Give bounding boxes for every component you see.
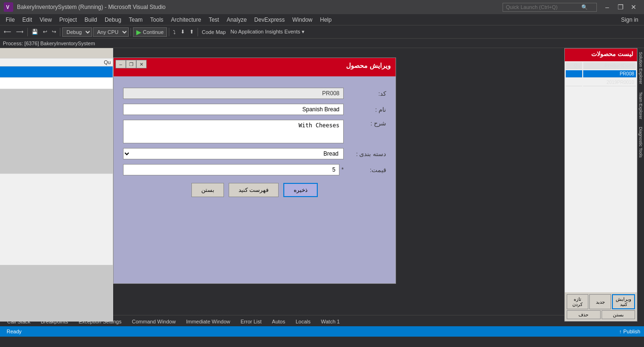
menu-tools[interactable]: Tools [147,14,167,25]
quick-launch[interactable]: 🔍 [503,3,597,12]
modal-title: ویرایش محصول [130,62,391,69]
modal-restore-button[interactable]: ❐ [126,60,136,68]
description-field-row: شرح : With Cheeses [123,120,386,143]
col-qu: Qu [566,62,582,69]
close-list-button[interactable]: بستن [602,310,636,319]
description-input[interactable]: With Cheeses [123,120,344,143]
signin-link[interactable]: Sign in [617,16,642,24]
menu-edit[interactable]: Edit [18,14,36,25]
description-label: شرح : [348,120,386,127]
menu-architecture[interactable]: Architecture [167,14,205,25]
code-input[interactable] [123,88,344,99]
restore-button[interactable]: ❐ [614,2,627,12]
step-over-button[interactable]: ⤵ [171,27,178,37]
edit-button[interactable]: ویرایش کنید [612,294,635,309]
quick-launch-input[interactable] [506,4,581,10]
menu-build[interactable]: Build [81,14,101,25]
toolbar-sep4 [169,28,169,36]
process-value: [6376] BakeryInventorySystem [25,41,95,46]
tab-error-list[interactable]: Error List [235,316,267,326]
publish-label[interactable]: ↑ Publish [619,329,640,334]
price-input[interactable] [123,164,339,175]
list-modal-button[interactable]: فهرست کنید [229,183,279,197]
step-into-button[interactable]: ⬇ [179,27,187,37]
menu-view[interactable]: View [36,14,56,25]
search-icon: 🔍 [581,4,588,10]
code-field-row: کد: [123,88,386,99]
menu-team[interactable]: Team [125,14,146,25]
delete-button[interactable]: حذف [567,310,601,319]
modal-close-button[interactable]: ✕ [136,60,147,68]
modal-minimize-button[interactable]: – [116,60,126,68]
left-rows [0,66,113,265]
main-area: Qu ✕ ❐ – ویرایش محصول B [0,48,644,315]
close-modal-button[interactable]: بستن [191,183,224,197]
team-explorer-tab[interactable]: Team Explorer [637,88,644,123]
left-panel-footer [0,265,113,322]
titlebar: V BakeryInventorySystem (Running) - Micr… [0,0,644,14]
toolbar-sep5 [198,28,198,36]
price-field-row: قیمت: * [123,164,386,175]
close-button[interactable]: ✕ [627,2,640,12]
statusbar: Ready ↑ Publish [0,326,644,337]
new-button[interactable]: جدید [589,294,611,309]
price-label: قیمت: [348,166,386,174]
debug-mode-dropdown[interactable]: Debug [62,27,92,37]
step-out-button[interactable]: ⬆ [188,27,196,37]
left-panel-header [0,48,113,58]
menubar: File Edit View Project Build Debug Team … [0,14,644,25]
tab-locals[interactable]: Locals [290,316,316,326]
product-list-window: ليست محصولات Qu ProductCode PR008 [564,48,637,322]
left-row-1[interactable] [0,66,113,78]
forward-button[interactable]: ⟶ [14,27,25,37]
left-row-3[interactable] [0,89,113,174]
tab-watch1[interactable]: Watch 1 [316,316,345,326]
menu-help[interactable]: Help [316,14,336,25]
product-list-table: Qu ProductCode PR008 2019PR0010 [565,61,637,87]
tab-immediate-window[interactable]: Immediate Window [181,316,236,326]
back-button[interactable]: ⟵ [2,27,13,37]
redo-button[interactable]: ↪ [50,27,58,37]
menu-analyze[interactable]: Analyze [223,14,251,25]
product-list-body: Qu ProductCode PR008 2019PR0010 [565,61,637,292]
continue-button[interactable]: ▶ Continue [133,27,167,37]
name-input[interactable] [123,104,344,115]
currency-symbol: * [341,166,344,173]
save-button[interactable]: 💾 [30,27,40,37]
status-right: ↑ Publish [619,329,640,334]
refresh-button[interactable]: تازه کردن [567,294,588,309]
solution-explorer-tab[interactable]: Solution Explorer [637,48,644,88]
vs-logo: V [4,2,13,12]
product-list-title: ليست محصولات [565,49,637,59]
modal-body: کد: نام : شرح : With Cheeses دسته بندی :… [114,80,396,205]
edit-product-modal: ✕ ❐ – ویرایش محصول B کد: نام : [113,58,396,284]
save-modal-button[interactable]: ذخیره [283,183,318,197]
table-row[interactable]: 2019PR0010 [566,79,636,86]
name-label: نام : [348,106,386,113]
undo-button[interactable]: ↩ [41,27,49,37]
table-row[interactable]: PR008 [566,70,636,78]
category-select[interactable]: Bread [123,148,344,159]
minimize-button[interactable]: – [601,2,614,12]
processbar: Process: [6376] BakeryInventorySystem [0,39,644,48]
code-map-button[interactable]: Code Map [200,27,228,37]
diagnostic-tools-tab[interactable]: Diagnostic Tools [637,123,644,161]
menu-debug[interactable]: Debug [101,14,125,25]
cpu-dropdown[interactable]: Any CPU [93,27,129,37]
menu-window[interactable]: Window [289,14,316,25]
left-row-2[interactable] [0,78,113,89]
left-list-panel: Qu [0,48,113,322]
menu-project[interactable]: Project [56,14,81,25]
process-label: Process: [3,41,23,46]
right-sidebar: Solution Explorer Team Explorer Diagnost… [637,48,644,322]
menu-test[interactable]: Test [205,14,223,25]
modal-titlebar: ✕ ❐ – ویرایش محصول B [114,58,396,73]
name-field-row: نام : [123,104,386,115]
tab-autos[interactable]: Autos [267,316,290,326]
col-productcode: ProductCode [583,62,636,69]
menu-file[interactable]: File [2,14,18,25]
row-qu [566,79,582,86]
menu-devexpress[interactable]: DevExpress [250,14,289,25]
tab-command-window[interactable]: Command Window [127,316,181,326]
insights-button[interactable]: No Application Insights Events ▾ [229,27,306,37]
